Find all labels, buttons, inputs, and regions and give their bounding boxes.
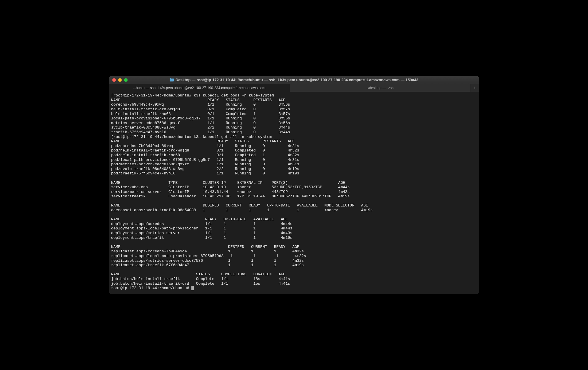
- allpods-row: pod/coredns-7b98449c4-89xwq 1/1 Running …: [111, 144, 299, 148]
- allpods-row: pod/helm-install-traefik-crd-wdjg8 0/1 C…: [111, 148, 299, 153]
- terminal-body[interactable]: [root@ip-172-31-19-44:/home/ubuntu# k3s …: [109, 92, 479, 294]
- pods-row: traefik-67f6c94c47-hvhl6 1/1 Running 0 3…: [111, 130, 290, 134]
- daemonsets-header: NAME DESIRED CURRENT READY UP-TO-DATE AV…: [111, 203, 368, 208]
- close-button[interactable]: [112, 78, 116, 82]
- allpods-row: pod/svclb-traefik-08c54088-ws8vg 2/2 Run…: [111, 167, 299, 171]
- jobs-header: NAME STATUS COMPLETIONS DURATION AGE: [111, 272, 285, 276]
- replicasets-row: replicaset.apps/metrics-server-cdcc87586…: [111, 259, 304, 263]
- traffic-lights: [112, 78, 128, 82]
- allpods-row: pod/metrics-server-cdcc87586-qxxzf 1/1 R…: [111, 162, 299, 166]
- minimize-button[interactable]: [118, 78, 122, 82]
- services-row: service/kube-dns ClusterIP 10.43.0.10 <n…: [111, 185, 350, 189]
- deployments-header: NAME READY UP-TO-DATE AVAILABLE AGE: [111, 217, 288, 221]
- services-header: NAME TYPE CLUSTER-IP EXTERNAL-IP PORT(S)…: [111, 181, 345, 185]
- prompt-prefix: [root@ip-172-31-19-44:/home/ubuntu#: [111, 135, 194, 139]
- tab-ssh[interactable]: ...buntu — ssh -i k3s.pem ubuntu@ec2-100…: [109, 84, 290, 92]
- pods-row: local-path-provisioner-6795b5f9d8-gg5s7 …: [111, 116, 290, 121]
- services-row: service/metrics-server ClusterIP 10.43.6…: [111, 190, 350, 194]
- services-row: service/traefik LoadBalancer 10.43.217.9…: [111, 194, 350, 199]
- deployments-row: deployment.apps/local-path-provisioner 1…: [111, 226, 292, 231]
- jobs-row: job.batch/helm-install-traefik-crd Compl…: [111, 281, 290, 286]
- pods-header: NAME READY STATUS RESTARTS AGE: [111, 98, 285, 102]
- allpods-row: pod/local-path-provisioner-6795b5f9d8-gg…: [111, 158, 299, 162]
- new-tab-button[interactable]: +: [470, 84, 479, 92]
- prompt-cmd: k3s kubectl get pods -n kube-system: [194, 93, 274, 98]
- replicasets-header: NAME DESIRED CURRENT READY AGE: [111, 245, 299, 249]
- terminal-window: Desktop — root@ip-172-31-19-44: /home/ub…: [109, 76, 479, 294]
- jobs-row: job.batch/helm-install-traefik Complete …: [111, 277, 290, 281]
- prompt-prefix: [root@ip-172-31-19-44:/home/ubuntu#: [111, 93, 194, 98]
- replicasets-row: replicaset.apps/traefik-67f6c94c47 1 1 1…: [111, 263, 304, 267]
- window-title: Desktop — root@ip-172-31-19-44: /home/ub…: [112, 78, 476, 82]
- deployments-row: deployment.apps/traefik 1/1 1 1 4m19s: [111, 236, 292, 240]
- daemonsets-row: daemonset.apps/svclb-traefik-08c54088 1 …: [111, 208, 372, 212]
- pods-row: coredns-7b98449c4-89xwq 1/1 Running 0 3m…: [111, 102, 290, 107]
- window-title-text: Desktop — root@ip-172-31-19-44: /home/ub…: [176, 78, 418, 82]
- allpods-header: NAME READY STATUS RESTARTS AGE: [111, 139, 295, 144]
- prompt-cmd: k3s kubectl get all -n kube-system: [194, 135, 272, 139]
- pods-row: helm-install-traefik-rnc68 0/1 Completed…: [111, 112, 290, 116]
- replicasets-row: replicaset.apps/local-path-provisioner-6…: [111, 254, 306, 258]
- folder-icon: [170, 79, 174, 81]
- allpods-row: pod/helm-install-traefik-rnc68 0/1 Compl…: [111, 153, 299, 157]
- prompt-3: root@ip-172-31-19-44:/home/ubuntu#: [111, 286, 191, 290]
- cursor: [191, 286, 194, 290]
- tab-zsh[interactable]: ~/desktop — -zsh: [290, 84, 470, 92]
- pods-row: helm-install-traefik-crd-wdjg8 0/1 Compl…: [111, 107, 290, 111]
- deployments-row: deployment.apps/metrics-server 1/1 1 1 4…: [111, 231, 292, 235]
- prompt-1: [root@ip-172-31-19-44:/home/ubuntu# k3s …: [111, 93, 274, 98]
- pods-row: svclb-traefik-08c54088-ws8vg 2/2 Running…: [111, 125, 290, 130]
- titlebar: Desktop — root@ip-172-31-19-44: /home/ub…: [109, 76, 479, 84]
- pods-row: metrics-server-cdcc87586-qxxzf 1/1 Runni…: [111, 121, 290, 125]
- maximize-button[interactable]: [124, 78, 128, 82]
- tabbar: ...buntu — ssh -i k3s.pem ubuntu@ec2-100…: [109, 84, 479, 92]
- deployments-row: deployment.apps/coredns 1/1 1 1 4m44s: [111, 222, 292, 226]
- allpods-row: pod/traefik-67f6c94c47-hvhl6 1/1 Running…: [111, 171, 299, 176]
- replicasets-row: replicaset.apps/coredns-7b98449c4 1 1 1 …: [111, 249, 304, 254]
- prompt-2: [root@ip-172-31-19-44:/home/ubuntu# k3s …: [111, 135, 272, 139]
